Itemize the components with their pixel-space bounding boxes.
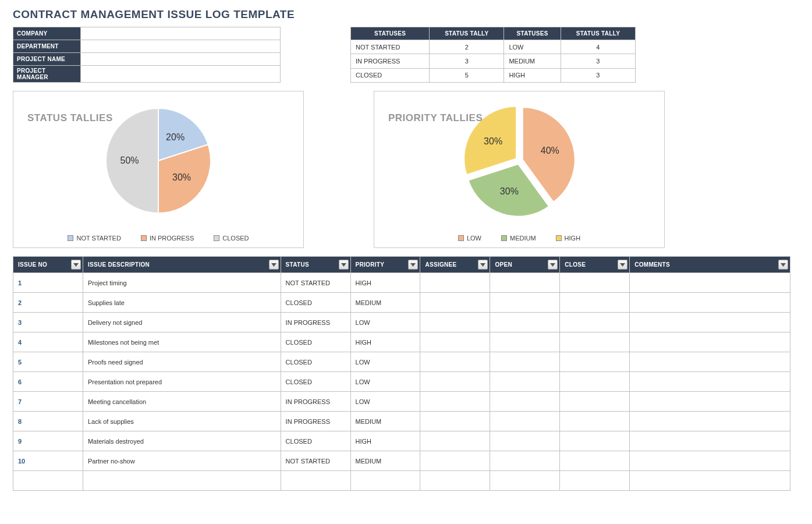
filter-dropdown-icon[interactable] [618, 260, 627, 270]
issue-cell[interactable]: 2 [13, 293, 83, 313]
issue-cell[interactable] [630, 412, 790, 431]
meta-value-cell[interactable] [81, 40, 281, 53]
issue-cell[interactable]: Milestones not being met [83, 332, 281, 352]
filter-dropdown-icon[interactable] [778, 260, 788, 270]
issue-cell[interactable] [490, 313, 560, 332]
issue-cell[interactable] [630, 471, 790, 491]
issue-cell[interactable]: MEDIUM [350, 293, 420, 313]
issue-cell[interactable]: MEDIUM [350, 451, 420, 471]
issue-cell[interactable] [630, 352, 790, 372]
issue-cell[interactable] [490, 372, 560, 392]
filter-dropdown-icon[interactable] [71, 260, 81, 270]
issue-cell[interactable]: CLOSED [281, 293, 350, 313]
issue-cell[interactable] [420, 471, 490, 491]
issue-cell[interactable]: Proofs need signed [83, 352, 281, 372]
issue-cell[interactable] [630, 293, 790, 313]
issue-cell[interactable] [560, 412, 630, 431]
issue-cell[interactable] [630, 313, 790, 332]
issue-cell[interactable] [420, 451, 490, 471]
issue-cell[interactable]: 10 [13, 451, 83, 471]
issue-cell[interactable]: HIGH [350, 431, 420, 451]
issue-cell[interactable] [281, 471, 350, 491]
issue-cell[interactable]: CLOSED [281, 352, 350, 372]
issue-cell[interactable] [560, 451, 630, 471]
issue-cell[interactable] [420, 392, 490, 412]
issue-cell[interactable] [560, 293, 630, 313]
issue-cell[interactable]: Partner no-show [83, 451, 281, 471]
issue-cell[interactable]: IN PROGRESS [281, 392, 350, 412]
issue-cell[interactable]: IN PROGRESS [281, 313, 350, 332]
issue-cell[interactable] [560, 352, 630, 372]
meta-value-cell[interactable] [81, 53, 281, 66]
issue-cell[interactable]: LOW [350, 392, 420, 412]
issue-cell[interactable] [420, 273, 490, 293]
filter-dropdown-icon[interactable] [548, 260, 558, 270]
issue-cell[interactable] [630, 273, 790, 293]
issue-cell[interactable] [490, 471, 560, 491]
issue-cell[interactable]: 3 [13, 313, 83, 332]
issue-cell[interactable] [560, 392, 630, 412]
issue-cell[interactable]: 4 [13, 332, 83, 352]
issue-cell[interactable] [420, 352, 490, 372]
issue-cell[interactable] [350, 471, 420, 491]
issue-cell[interactable] [420, 332, 490, 352]
issue-cell[interactable]: CLOSED [281, 431, 350, 451]
issue-cell[interactable]: HIGH [350, 273, 420, 293]
issue-cell[interactable] [560, 372, 630, 392]
issue-cell[interactable] [560, 332, 630, 352]
issue-cell[interactable]: Materials destroyed [83, 431, 281, 451]
issue-cell[interactable] [560, 273, 630, 293]
issue-cell[interactable] [13, 471, 83, 491]
filter-dropdown-icon[interactable] [339, 260, 349, 270]
issue-cell[interactable]: LOW [350, 372, 420, 392]
issue-cell[interactable] [83, 471, 281, 491]
issue-cell[interactable] [630, 392, 790, 412]
issue-cell[interactable]: 6 [13, 372, 83, 392]
issue-cell[interactable]: 1 [13, 273, 83, 293]
issue-cell[interactable] [420, 293, 490, 313]
issue-cell[interactable] [490, 273, 560, 293]
issue-cell[interactable] [420, 412, 490, 431]
issue-cell[interactable] [420, 313, 490, 332]
meta-value-cell[interactable] [81, 27, 281, 40]
issue-cell[interactable]: MEDIUM [350, 412, 420, 431]
issue-cell[interactable] [630, 372, 790, 392]
issue-cell[interactable]: Meeting cancellation [83, 392, 281, 412]
issue-cell[interactable] [630, 451, 790, 471]
issue-cell[interactable]: LOW [350, 352, 420, 372]
issue-cell[interactable] [490, 392, 560, 412]
filter-dropdown-icon[interactable] [269, 260, 279, 270]
issue-cell[interactable] [560, 431, 630, 451]
issue-cell[interactable] [490, 431, 560, 451]
issue-cell[interactable] [420, 372, 490, 392]
filter-dropdown-icon[interactable] [478, 260, 488, 270]
issue-cell[interactable]: 8 [13, 412, 83, 431]
issue-cell[interactable] [630, 332, 790, 352]
issue-cell[interactable]: LOW [350, 313, 420, 332]
issue-cell[interactable] [630, 431, 790, 451]
issue-cell[interactable] [420, 431, 490, 451]
issue-cell[interactable]: NOT STARTED [281, 273, 350, 293]
issue-cell[interactable] [490, 412, 560, 431]
issue-cell[interactable]: Project timing [83, 273, 281, 293]
issue-cell[interactable] [490, 293, 560, 313]
issue-cell[interactable]: Presentation not prepared [83, 372, 281, 392]
issue-cell[interactable] [490, 332, 560, 352]
issue-cell[interactable]: 5 [13, 352, 83, 372]
filter-dropdown-icon[interactable] [408, 260, 418, 270]
issue-cell[interactable]: Delivery not signed [83, 313, 281, 332]
issue-cell[interactable]: NOT STARTED [281, 451, 350, 471]
issue-cell[interactable]: 9 [13, 431, 83, 451]
issue-cell[interactable]: 7 [13, 392, 83, 412]
issue-cell[interactable]: IN PROGRESS [281, 412, 350, 431]
issue-cell[interactable]: HIGH [350, 332, 420, 352]
issue-cell[interactable] [490, 352, 560, 372]
issue-cell[interactable]: Lack of supplies [83, 412, 281, 431]
issue-cell[interactable] [490, 451, 560, 471]
issue-cell[interactable]: Supplies late [83, 293, 281, 313]
issue-cell[interactable]: CLOSED [281, 372, 350, 392]
issue-cell[interactable] [560, 471, 630, 491]
meta-value-cell[interactable] [81, 66, 281, 83]
issue-cell[interactable]: CLOSED [281, 332, 350, 352]
issue-cell[interactable] [560, 313, 630, 332]
